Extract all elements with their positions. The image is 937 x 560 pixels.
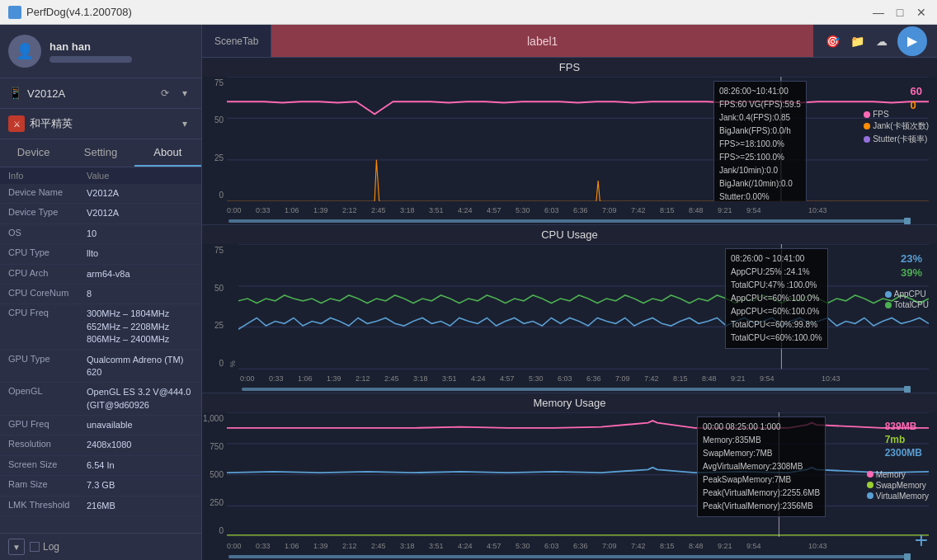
user-info: han han (49, 40, 193, 63)
minimize-button[interactable]: — (871, 5, 886, 20)
info-key: CPU CoreNum (8, 288, 87, 298)
info-row: Screen Size6.54 In (0, 456, 201, 476)
swap-legend-dot (867, 482, 873, 488)
expand-button[interactable]: ▼ (8, 539, 25, 555)
app-name: 和平精英 (30, 116, 172, 131)
appcpu-value: 23% (901, 252, 922, 265)
info-row: CPU Typellto (0, 244, 201, 264)
svg-text:6:03: 6:03 (558, 374, 572, 383)
svg-text:7:42: 7:42 (644, 374, 659, 383)
info-key: CPU Type (8, 247, 87, 257)
memory-values: 839MB 7mb 2300MB (885, 421, 922, 459)
maximize-button[interactable]: □ (892, 5, 907, 20)
memory-scrollbar[interactable] (202, 553, 937, 560)
location-icon[interactable]: 🎯 (823, 32, 841, 50)
avatar: 👤 (8, 35, 41, 68)
svg-text:7:42: 7:42 (631, 542, 646, 550)
user-subtitle (49, 56, 132, 63)
fps-x-axis-svg: 0:00 0:33 1:06 1:39 2:12 2:45 3:18 3:51 … (227, 201, 937, 218)
jank-legend-label: Jank(卡顿次数) (873, 120, 929, 132)
cpu-legend: AppCPU TotalCPU (885, 289, 929, 309)
svg-text:3:18: 3:18 (413, 374, 428, 383)
cloud-icon[interactable]: ☁ (873, 32, 891, 50)
folder-icon[interactable]: 📁 (848, 32, 866, 50)
svg-text:9:21: 9:21 (731, 374, 746, 383)
svg-text:9:54: 9:54 (760, 374, 775, 383)
fps-scrollbar[interactable] (202, 218, 937, 224)
virtual-legend-dot (867, 492, 873, 499)
info-col-value: Value (87, 171, 109, 181)
svg-text:7:09: 7:09 (602, 542, 617, 550)
virtual-value: 2300MB (885, 447, 922, 459)
cpu-x-axis: 0:00 0:33 1:06 1:39 2:12 2:45 3:18 3:51 … (202, 369, 937, 386)
memory-chart-body: 1,000 750 500 250 0 (202, 412, 937, 537)
app-dropdown-icon[interactable]: ▾ (177, 115, 193, 132)
memory-chart-area: 00:00 08:25:00 1:000 Memory:835MB SwapMe… (227, 412, 929, 537)
info-key: CPU Freq (8, 308, 87, 318)
scene-tab[interactable]: SceneTab (202, 25, 271, 57)
cpu-y-axis: 75 50 25 0 (202, 244, 227, 369)
svg-text:5:30: 5:30 (516, 206, 530, 214)
top-icons: 🎯 📁 ☁ ▶ (813, 25, 937, 57)
info-key: Device Name (8, 187, 87, 197)
tab-about[interactable]: About (134, 139, 201, 167)
appcpu-legend-dot (885, 291, 892, 298)
info-key: OpenGL (8, 386, 87, 396)
fps-values: 60 0 (911, 85, 922, 111)
fps-legend: FPS Jank(卡顿次数) Stutter(卡顿率) (864, 110, 929, 145)
info-key: Ram Size (8, 479, 87, 489)
svg-text:2:12: 2:12 (355, 374, 370, 383)
log-label: Log (43, 541, 59, 553)
fps-x-axis: 0:00 0:33 1:06 1:39 2:12 2:45 3:18 3:51 … (202, 201, 937, 218)
svg-text:6:36: 6:36 (586, 374, 601, 383)
device-dropdown-icon[interactable]: ▾ (177, 85, 193, 101)
svg-text:0:00: 0:00 (227, 206, 242, 214)
cpu-info-box: 08:26:00 ~ 10:41:00 AppCPU:25% :24.1% To… (725, 248, 828, 349)
memory-scroll-thumb (228, 555, 911, 558)
svg-text:4:57: 4:57 (487, 542, 501, 550)
log-checkbox[interactable] (30, 542, 40, 552)
svg-text:0:00: 0:00 (227, 542, 242, 550)
svg-text:5:30: 5:30 (529, 374, 544, 383)
svg-text:2:45: 2:45 (384, 374, 399, 383)
info-key: Resolution (8, 439, 87, 449)
info-val: 7.3 GB (87, 479, 193, 492)
tab-device[interactable]: Device (0, 139, 67, 167)
app-selector[interactable]: ⚔ 和平精英 ▾ (0, 109, 201, 139)
svg-text:8:48: 8:48 (689, 206, 704, 214)
svg-text:3:51: 3:51 (429, 542, 444, 550)
stutter-legend-dot (864, 136, 870, 143)
info-key: CPU Arch (8, 268, 87, 278)
svg-text:2:45: 2:45 (371, 542, 386, 550)
swap-value: 7mb (885, 434, 922, 445)
play-button[interactable]: ▶ (897, 26, 927, 56)
svg-text:4:24: 4:24 (471, 374, 486, 383)
svg-text:1:39: 1:39 (313, 542, 328, 550)
svg-text:0:00: 0:00 (240, 374, 255, 383)
svg-text:10:43: 10:43 (808, 542, 827, 550)
fps-chart-svg (227, 77, 929, 201)
svg-text:4:24: 4:24 (458, 206, 473, 214)
info-key: LMK Threshold (8, 500, 87, 510)
add-chart-button[interactable]: + (910, 529, 933, 552)
info-row: Device NameV2012A (0, 184, 201, 204)
info-val: V2012A (87, 187, 193, 200)
svg-text:6:36: 6:36 (573, 542, 588, 550)
device-selector[interactable]: 📱 V2012A ⟳ ▾ (0, 78, 201, 109)
memory-legend-dot (867, 471, 873, 478)
cpu-x-axis-svg: 0:00 0:33 1:06 1:39 2:12 2:45 3:18 3:51 … (240, 369, 937, 386)
info-row: OpenGLOpenGL ES 3.2 V@444.0 (GIT@9d60926 (0, 383, 201, 416)
memory-x-axis: 0:00 0:33 1:06 1:39 2:12 2:45 3:18 3:51 … (202, 537, 937, 553)
app-title: PerfDog(v4.1.200708) (26, 6, 871, 18)
tab-setting[interactable]: Setting (67, 139, 134, 167)
info-val: 10 (87, 228, 193, 240)
fps-chart-body: 75 50 25 0 (202, 77, 937, 201)
fps-legend-dot (864, 111, 870, 118)
totalcpu-legend-dot (885, 302, 892, 308)
device-refresh-icon[interactable]: ⟳ (157, 85, 173, 101)
close-button[interactable]: ✕ (914, 5, 929, 20)
svg-text:4:57: 4:57 (500, 374, 515, 383)
cpu-scrollbar[interactable] (202, 386, 937, 393)
log-checkbox-area[interactable]: Log (30, 541, 59, 553)
svg-text:4:57: 4:57 (487, 206, 501, 214)
